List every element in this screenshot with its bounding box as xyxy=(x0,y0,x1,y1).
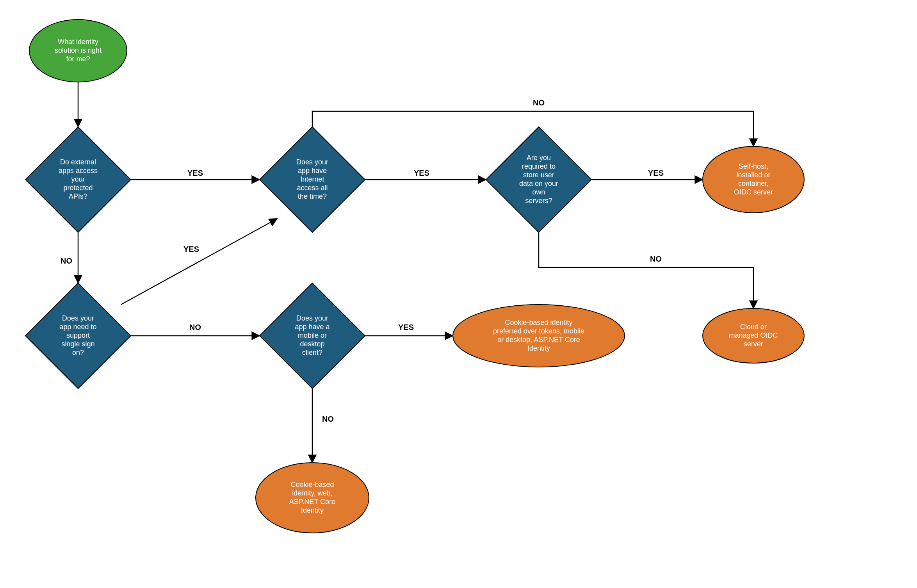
edge-label: YES xyxy=(187,169,203,177)
edge-label: NO xyxy=(61,257,72,265)
svg-text:managed OIDC: managed OIDC xyxy=(729,331,778,339)
svg-text:Does your: Does your xyxy=(296,158,328,166)
identity-flowchart: YESNOYESNOYESNOYESNOYESNO What identitys… xyxy=(0,0,917,588)
svg-text:access all: access all xyxy=(297,184,328,192)
edge-q_mobile-r_cookieweb: NO xyxy=(312,388,334,463)
svg-text:Cloud or: Cloud or xyxy=(740,323,767,331)
svg-text:Does your: Does your xyxy=(296,314,328,322)
node-r_cookiepref: Cookie-based identitypreferred over toke… xyxy=(453,305,625,367)
node-q_internet: Does yourapp haveInternetaccess allthe t… xyxy=(260,127,365,232)
svg-text:installed or: installed or xyxy=(736,171,770,179)
edge-q_sso-q_internet: YES xyxy=(121,219,277,305)
svg-text:APIs?: APIs? xyxy=(69,192,87,200)
node-r_cookieweb: Cookie-basedidentity, web,ASP.NET CoreId… xyxy=(256,463,369,533)
svg-text:servers?: servers? xyxy=(525,197,552,205)
svg-text:ASP.NET Core: ASP.NET Core xyxy=(289,498,335,506)
svg-text:solution is right: solution is right xyxy=(55,46,101,54)
svg-text:for me?: for me? xyxy=(66,55,90,63)
edge-label: YES xyxy=(183,245,199,253)
edge-q_external-q_internet: YES xyxy=(131,169,260,180)
svg-text:identity, web,: identity, web, xyxy=(292,489,333,497)
node-q_sso: Does yourapp need tosupportsingle signon… xyxy=(25,283,131,388)
edge-label: NO xyxy=(533,98,545,107)
svg-text:desktop: desktop xyxy=(300,340,324,348)
edge-label: YES xyxy=(398,323,414,331)
edge-label: YES xyxy=(648,169,664,177)
edge-q_store-r_selfhost: YES xyxy=(591,169,703,180)
svg-text:Does your: Does your xyxy=(62,314,94,322)
svg-text:Cookie-based: Cookie-based xyxy=(290,481,334,488)
node-q_mobile: Does yourapp have amobile ordesktopclien… xyxy=(260,283,365,388)
svg-text:data on your: data on your xyxy=(519,180,558,187)
svg-text:mobile or: mobile or xyxy=(298,331,327,339)
edge-q_internet-q_store: YES xyxy=(365,169,486,180)
svg-text:OIDC server: OIDC server xyxy=(734,188,773,196)
edge-q_sso-q_mobile: NO xyxy=(131,323,260,336)
svg-text:Self-host,: Self-host, xyxy=(739,162,768,170)
svg-text:Do external: Do external xyxy=(60,158,96,166)
svg-text:client?: client? xyxy=(302,349,322,356)
svg-text:Cookie-based identity: Cookie-based identity xyxy=(505,319,572,326)
svg-text:Identity: Identity xyxy=(301,506,324,514)
edge-q_mobile-r_cookiepref: YES xyxy=(365,323,453,336)
svg-text:Identity: Identity xyxy=(527,344,550,352)
svg-text:your: your xyxy=(71,175,85,183)
svg-text:support: support xyxy=(66,331,90,339)
edge-label: NO xyxy=(322,415,334,423)
svg-text:What identity: What identity xyxy=(58,38,98,46)
svg-text:app have a: app have a xyxy=(295,323,330,331)
svg-text:server: server xyxy=(744,340,763,348)
svg-text:store user: store user xyxy=(523,171,554,179)
svg-text:Are you: Are you xyxy=(527,154,551,162)
edge-label: NO xyxy=(189,323,201,331)
node-q_store: Are yourequired tostore userdata on your… xyxy=(486,127,591,232)
svg-text:app have: app have xyxy=(298,167,327,175)
node-q_external: Do externalapps accessyourprotectedAPIs? xyxy=(25,127,131,232)
svg-text:required to: required to xyxy=(522,162,556,170)
svg-text:or desktop, ASP.NET Core: or desktop, ASP.NET Core xyxy=(497,336,580,344)
svg-text:single sign: single sign xyxy=(61,340,94,348)
svg-text:apps access: apps access xyxy=(59,167,98,175)
svg-text:own: own xyxy=(532,188,545,196)
edge-label: NO xyxy=(650,255,662,263)
node-start: What identitysolution is rightfor me? xyxy=(29,20,127,82)
svg-text:protected: protected xyxy=(63,184,93,192)
edge-q_external-q_sso: NO xyxy=(61,232,78,283)
node-r_selfhost: Self-host,installed orcontainer,OIDC ser… xyxy=(703,146,804,213)
svg-text:Internet: Internet xyxy=(300,175,324,183)
svg-text:preferred over tokens, mobile: preferred over tokens, mobile xyxy=(493,327,584,335)
svg-text:on?: on? xyxy=(72,349,84,356)
svg-text:container,: container, xyxy=(738,180,769,187)
svg-text:app need to: app need to xyxy=(59,323,96,331)
edge-q_store-r_cloud: NO xyxy=(539,232,753,308)
node-r_cloud: Cloud ormanaged OIDCserver xyxy=(703,308,804,363)
edge-label: YES xyxy=(414,169,429,177)
svg-text:the time?: the time? xyxy=(298,192,327,200)
